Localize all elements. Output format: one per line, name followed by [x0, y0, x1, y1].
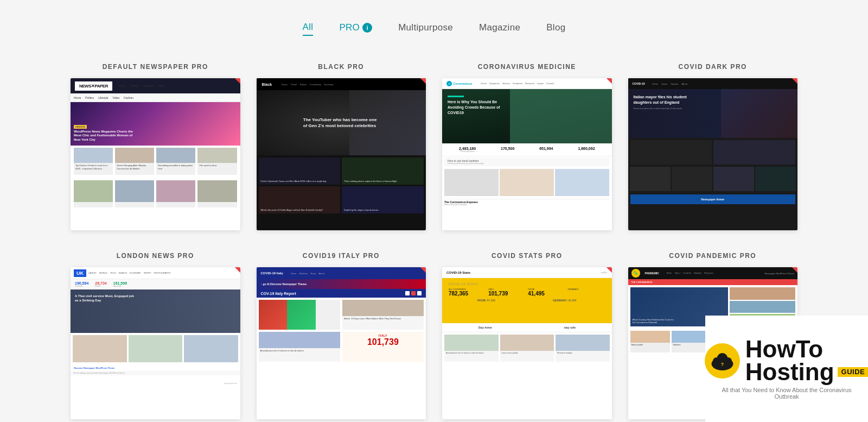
- tab-blog[interactable]: Blog: [546, 22, 565, 35]
- theme-preview[interactable]: PRO UK LATEST WORLD TECH HEALTH ECONOMY …: [71, 267, 240, 419]
- theme-item-london-news-pro: LONDON NEWS PRO PRO UK LATEST WORLD TECH…: [71, 252, 240, 419]
- howto-text: HowTo Hosting GUIDE: [745, 338, 868, 383]
- theme-title: LONDON NEWS PRO: [117, 252, 194, 260]
- howto-hosting-watermark: ? HowTo Hosting GUIDE All that You Need …: [705, 316, 868, 422]
- theme-title: COVID19 ITALY PRO: [303, 252, 380, 260]
- howto-icon: ?: [705, 343, 740, 379]
- theme-preview[interactable]: PRO COVID-19 Stats tagDiv COVID-19 STATS…: [442, 267, 612, 419]
- howto-subtitle: All that You Need to Know About the Coro…: [716, 387, 857, 400]
- mock-site: COVID-19 Italy Home Statistics News Abou…: [257, 267, 426, 419]
- mock-site: Black Home Travel Editors Community Econ…: [257, 78, 426, 230]
- theme-item-black-pro: BLACK PRO PRO Black Home Travel Editors …: [257, 63, 426, 230]
- tab-pro[interactable]: PRO i: [339, 22, 372, 35]
- guide-badge: GUIDE: [838, 367, 868, 377]
- theme-title: COVID PANDEMIC PRO: [669, 252, 756, 260]
- theme-preview[interactable]: PRO + Coronavirus Home Symptoms Vaccine …: [442, 78, 612, 230]
- tab-multipurpose[interactable]: Multipurpose: [398, 22, 453, 35]
- theme-title: BLACK PRO: [318, 63, 364, 71]
- theme-item-coronavirus-medicine: CORONAVIRUS MEDICINE PRO + Coronavirus H…: [442, 63, 612, 230]
- howto-title-line2: Hosting GUIDE: [745, 361, 868, 383]
- pro-info-badge: i: [362, 23, 372, 33]
- theme-title: CORONAVIRUS MEDICINE: [478, 63, 576, 71]
- theme-preview[interactable]: PRO COVID-19 Italy Home Statistics News …: [257, 267, 426, 419]
- mock-site: + Coronavirus Home Symptoms Vaccine Trea…: [442, 78, 612, 230]
- theme-item-covid-dark-pro: COVID DARK PRO PRO COVID-19 Home Topics …: [628, 63, 798, 230]
- howto-logo: ? HowTo Hosting GUIDE: [705, 338, 868, 383]
- theme-item-covid-stats-pro: COVID STATS PRO PRO COVID-19 Stats tagDi…: [442, 252, 612, 419]
- svg-point-4: [724, 357, 732, 365]
- theme-preview[interactable]: PRO NEWS✕PAPER Home Politics Lifestyle V…: [71, 78, 240, 230]
- theme-title: DEFAULT NEWSPAPER PRO: [103, 63, 208, 71]
- mock-site: COVID-19 Home Topics Vaccine About Itali…: [628, 78, 798, 230]
- mock-site: UK LATEST WORLD TECH HEALTH ECONOMY SPOR…: [71, 267, 240, 419]
- theme-item-covid19-italy-pro: COVID19 ITALY PRO PRO COVID-19 Italy Hom…: [257, 252, 426, 419]
- theme-title: COVID STATS PRO: [492, 252, 563, 260]
- theme-preview[interactable]: PRO COVID-19 Home Topics Vaccine About: [628, 78, 798, 230]
- filter-tabs: All PRO i Multipurpose Magazine Blog: [0, 16, 868, 36]
- theme-item-default-newspaper-pro: DEFAULT NEWSPAPER PRO PRO NEWS✕PAPER Hom…: [71, 63, 240, 230]
- tab-all[interactable]: All: [303, 22, 314, 36]
- theme-preview[interactable]: PRO Black Home Travel Editors Community …: [257, 78, 426, 230]
- theme-title: COVID DARK PRO: [679, 63, 747, 71]
- mock-site: COVID-19 Stats tagDiv COVID-19 STATS ALL…: [442, 267, 612, 419]
- svg-point-3: [713, 357, 720, 365]
- mock-header: NEWS✕PAPER Home Politics Lifestyle Video: [71, 78, 240, 93]
- tab-magazine[interactable]: Magazine: [479, 22, 520, 35]
- mock-site: NEWS✕PAPER Home Politics Lifestyle Video…: [71, 78, 240, 230]
- svg-text:?: ?: [721, 362, 724, 367]
